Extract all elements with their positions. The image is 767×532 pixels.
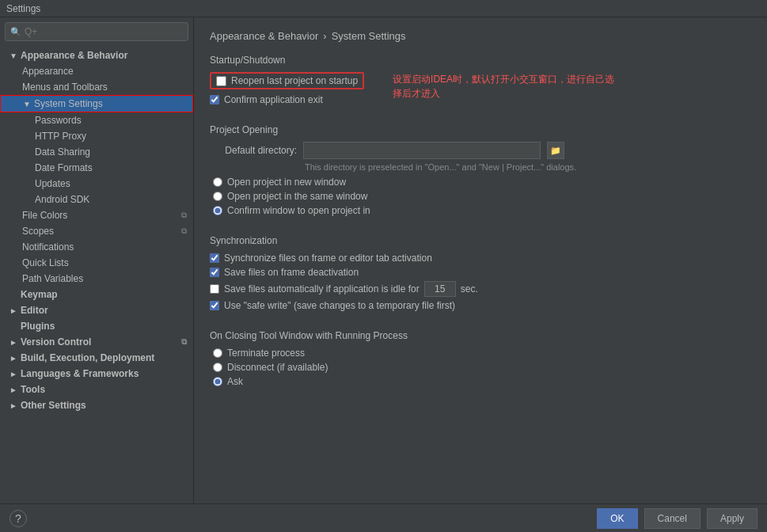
browse-folder-button[interactable]: 📁	[547, 142, 564, 159]
sidebar-item-plugins[interactable]: ► Plugins	[0, 318, 193, 334]
sidebar-item-path-variables[interactable]: Path Variables	[0, 271, 193, 287]
sidebar-item-label: Build, Execution, Deployment	[21, 352, 154, 363]
copy-icon: ⧉	[181, 211, 187, 220]
sidebar-item-scopes[interactable]: Scopes ⧉	[0, 223, 193, 239]
sidebar-item-updates[interactable]: Updates	[0, 176, 193, 192]
default-directory-input[interactable]	[303, 142, 541, 159]
sync-files-label: Synchronize files on frame or editor tab…	[224, 253, 432, 264]
search-box[interactable]: 🔍	[5, 22, 188, 41]
bottom-bar: ? OK Cancel Apply	[0, 504, 767, 532]
sidebar-item-label: Scopes	[22, 226, 54, 237]
sidebar-item-label: Android SDK	[35, 194, 89, 205]
save-auto-seconds-input[interactable]	[424, 281, 456, 297]
radio-terminate-row: Terminate process	[213, 348, 751, 359]
breadcrumb-separator: ›	[323, 30, 326, 42]
save-deactivation-label: Save files on frame deactivation	[224, 267, 359, 278]
radio-new-window[interactable]	[213, 177, 222, 187]
default-directory-row: Default directory: 📁	[210, 142, 751, 159]
sidebar-item-quick-lists[interactable]: Quick Lists	[0, 255, 193, 271]
sidebar-item-label: Other Settings	[21, 400, 86, 411]
sidebar-item-file-colors[interactable]: File Colors ⧉	[0, 207, 193, 223]
sidebar-item-passwords[interactable]: Passwords	[0, 112, 193, 128]
radio-disconnect-row: Disconnect (if available)	[213, 362, 751, 373]
sidebar-item-menus-toolbars[interactable]: Menus and Toolbars	[0, 79, 193, 95]
closing-section: On Closing Tool Window with Running Proc…	[210, 329, 751, 390]
sidebar-item-data-sharing[interactable]: Data Sharing	[0, 144, 193, 160]
radio-terminate[interactable]	[213, 348, 222, 358]
sidebar-item-appearance[interactable]: Appearance	[0, 63, 193, 79]
sidebar-item-editor[interactable]: ► Editor	[0, 302, 193, 318]
sidebar-item-appearance-behavior[interactable]: ▼ Appearance & Behavior	[0, 48, 193, 63]
startup-row: Reopen last project on startup Confirm a…	[210, 72, 751, 108]
title-bar: Settings	[0, 0, 767, 17]
default-directory-label: Default directory:	[210, 145, 297, 156]
arrow-icon: ►	[9, 370, 17, 378]
radio-ask-row: Ask	[213, 376, 751, 387]
safe-write-label: Use "safe write" (save changes to a temp…	[224, 300, 455, 311]
breadcrumb-part1: Appearance & Behavior	[210, 30, 318, 42]
apply-button[interactable]: Apply	[707, 508, 758, 529]
ok-button[interactable]: OK	[597, 508, 637, 529]
action-buttons: OK Cancel Apply	[597, 508, 758, 529]
help-icon: ?	[15, 512, 21, 525]
arrow-icon: ►	[9, 354, 17, 363]
reopen-last-project-checkbox[interactable]	[216, 76, 226, 86]
search-input[interactable]	[25, 26, 183, 37]
sidebar-item-label: Appearance	[22, 66, 74, 77]
safe-write-checkbox[interactable]	[210, 301, 219, 310]
sidebar-item-date-formats[interactable]: Date Formats	[0, 160, 193, 176]
radio-new-window-label: Open project in new window	[227, 177, 346, 188]
sidebar-item-label: Updates	[35, 178, 70, 189]
radio-ask-label: Ask	[227, 376, 243, 387]
arrow-icon: ►	[9, 306, 17, 315]
help-button[interactable]: ?	[9, 510, 27, 527]
confirm-exit-checkbox[interactable]	[210, 95, 219, 104]
reopen-last-project-label: Reopen last project on startup	[231, 75, 358, 86]
radio-disconnect[interactable]	[213, 363, 222, 372]
sync-section-title: Synchronization	[210, 235, 751, 246]
sync-files-checkbox[interactable]	[210, 253, 219, 263]
sidebar-item-version-control[interactable]: ► Version Control ⧉	[0, 334, 193, 350]
sidebar-item-system-settings[interactable]: ▼ System Settings	[0, 95, 193, 112]
save-deactivation-row: Save files on frame deactivation	[210, 267, 751, 278]
save-auto-row: Save files automatically if application …	[210, 281, 751, 297]
sidebar-item-label: Passwords	[35, 115, 82, 126]
cancel-button[interactable]: Cancel	[644, 508, 701, 529]
radio-same-window[interactable]	[213, 192, 222, 201]
content-area: Appearance & Behavior › System Settings …	[194, 17, 767, 504]
sidebar-item-label: Quick Lists	[22, 257, 69, 268]
sidebar-item-http-proxy[interactable]: HTTP Proxy	[0, 128, 193, 144]
startup-section: Startup/Shutdown Reopen last project on …	[210, 53, 751, 108]
save-auto-checkbox[interactable]	[210, 284, 219, 294]
save-auto-label: Save files automatically if application …	[224, 283, 420, 294]
annotation-text: 设置启动IDEA时，默认打开小交互窗口，进行自己选择后才进入	[393, 72, 614, 101]
directory-hint: This directory is preselected in "Open..…	[305, 162, 751, 172]
sidebar-item-label: Menus and Toolbars	[22, 82, 108, 93]
radio-disconnect-label: Disconnect (if available)	[227, 362, 328, 373]
arrow-icon: ▼	[23, 100, 31, 108]
save-deactivation-checkbox[interactable]	[210, 268, 219, 277]
arrow-icon: ►	[9, 401, 17, 410]
sidebar-tree: ▼ Appearance & Behavior Appearance Menus…	[0, 46, 193, 504]
sidebar-item-tools[interactable]: ► Tools	[0, 382, 193, 397]
radio-terminate-label: Terminate process	[227, 348, 305, 359]
radio-confirm-window[interactable]	[213, 206, 222, 215]
sidebar-item-label: Editor	[21, 305, 48, 316]
sidebar-item-android-sdk[interactable]: Android SDK	[0, 192, 193, 207]
sidebar-item-build-execution[interactable]: ► Build, Execution, Deployment	[0, 350, 193, 366]
sync-section: Synchronization Synchronize files on fra…	[210, 234, 751, 314]
folder-icon: 📁	[550, 146, 561, 156]
radio-ask[interactable]	[213, 377, 222, 386]
safe-write-row: Use "safe write" (save changes to a temp…	[210, 300, 751, 311]
sidebar-item-keymap[interactable]: ► Keymap	[0, 287, 193, 302]
search-icon: 🔍	[10, 27, 21, 37]
sidebar-item-label: File Colors	[22, 210, 67, 221]
sidebar-item-languages-frameworks[interactable]: ► Languages & Frameworks	[0, 366, 193, 382]
sidebar-item-label: Plugins	[21, 321, 55, 332]
startup-section-title: Startup/Shutdown	[210, 55, 751, 66]
sidebar-item-notifications[interactable]: Notifications	[0, 239, 193, 255]
sidebar-item-other-settings[interactable]: ► Other Settings	[0, 397, 193, 413]
radio-confirm-window-row: Confirm window to open project in	[213, 205, 751, 216]
startup-checkboxes: Reopen last project on startup Confirm a…	[210, 72, 364, 108]
sidebar-item-label: HTTP Proxy	[35, 131, 86, 142]
